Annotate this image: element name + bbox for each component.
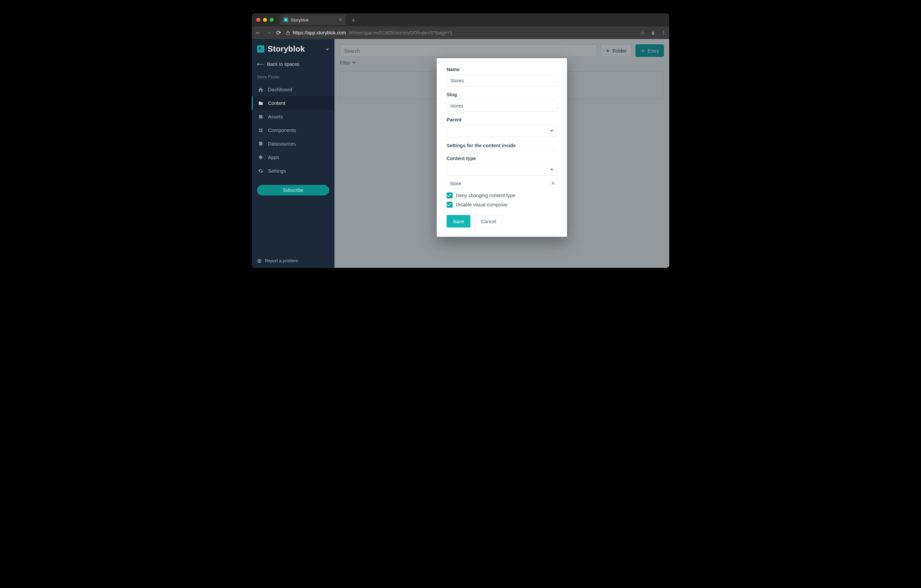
- extensions-icon[interactable]: [650, 30, 656, 36]
- url-bar[interactable]: https://app.storyblok.com/#!/me/spaces/5…: [286, 30, 636, 36]
- sidebar-item-components[interactable]: Components: [252, 123, 334, 137]
- sidebar-item-content[interactable]: Content: [252, 96, 334, 110]
- home-icon: [258, 87, 264, 92]
- browser-window: B Storyblok × ＋ ← → ⟳ https://app.storyb…: [252, 13, 669, 268]
- sidebar-item-datasources[interactable]: Datasources: [252, 137, 334, 151]
- sidebar-item-label: Apps: [268, 154, 279, 160]
- save-button[interactable]: Save: [447, 215, 470, 227]
- sidebar-item-label: Settings: [268, 168, 286, 174]
- url-path: /#!/me/spaces/51805/stories/0/0/index/0?…: [349, 30, 452, 36]
- content-type-chip-label: Store: [450, 181, 462, 186]
- checkbox-checked-icon[interactable]: [447, 192, 452, 198]
- tab-close-button[interactable]: ×: [339, 17, 342, 23]
- window-controls: [256, 18, 273, 22]
- sidebar-item-label: Components: [268, 127, 296, 133]
- globe-icon: [257, 258, 262, 263]
- report-problem-label: Report a problem: [265, 258, 298, 263]
- content-type-chip: Store ✕: [447, 178, 557, 189]
- content-type-label: Content type: [447, 156, 557, 161]
- sidebar-item-label: Content: [268, 100, 285, 106]
- browser-right-icons: ☆ ⋮: [641, 30, 666, 36]
- back-to-spaces-label: Back to spaces: [267, 62, 299, 67]
- disable-visual-checkbox-row[interactable]: Disable visual composer: [447, 202, 557, 208]
- lock-icon: [286, 31, 290, 35]
- tab-favicon-icon: B: [283, 18, 288, 22]
- sidebar-item-label: Dashboard: [268, 87, 292, 92]
- svg-rect-0: [286, 32, 290, 34]
- checkbox-checked-icon[interactable]: [447, 202, 452, 208]
- database-icon: [258, 141, 264, 146]
- window-zoom-button[interactable]: [270, 18, 273, 22]
- gear-icon: [258, 168, 264, 174]
- chevron-down-icon: [550, 169, 553, 171]
- sidebar-item-apps[interactable]: Apps: [252, 151, 334, 164]
- app-frame: Storyblok ⟵ Back to spaces Store Finder …: [252, 39, 669, 268]
- create-folder-modal: Name Slug Parent Settings for the conten…: [437, 58, 567, 237]
- sidebar-item-label: Datasources: [268, 141, 296, 146]
- brand-row[interactable]: Storyblok: [252, 39, 334, 58]
- back-to-spaces-link[interactable]: ⟵ Back to spaces: [252, 58, 334, 70]
- window-minimize-button[interactable]: [263, 18, 267, 22]
- space-name: Store Finder: [252, 70, 334, 81]
- sidebar-item-label: Assets: [268, 114, 283, 119]
- deny-change-label: Deny changing content type: [456, 193, 516, 198]
- folder-icon: [258, 101, 264, 106]
- modal-overlay[interactable]: Name Slug Parent Settings for the conten…: [334, 39, 669, 268]
- url-host: https://app.storyblok.com: [293, 30, 346, 36]
- main-area: ＋ Folder ＋ Entry Filter There is no cont…: [334, 39, 669, 268]
- brand-logo-icon: [257, 45, 264, 53]
- sidebar: Storyblok ⟵ Back to spaces Store Finder …: [252, 39, 334, 268]
- slug-label: Slug: [447, 92, 557, 97]
- nav-forward-button[interactable]: →: [266, 29, 272, 36]
- arrow-left-icon: ⟵: [257, 62, 264, 67]
- browser-tab[interactable]: B Storyblok ×: [280, 15, 346, 25]
- name-input[interactable]: [447, 75, 557, 87]
- remove-content-type-button[interactable]: ✕: [551, 180, 555, 187]
- cancel-button[interactable]: Cancel: [474, 215, 503, 227]
- browser-toolbar: ← → ⟳ https://app.storyblok.com/#!/me/sp…: [252, 26, 669, 39]
- nav-back-button[interactable]: ←: [255, 29, 261, 36]
- nav-reload-button[interactable]: ⟳: [276, 29, 281, 36]
- report-problem-link[interactable]: Report a problem: [252, 253, 334, 268]
- blocks-icon: [258, 128, 264, 133]
- puzzle-icon: [258, 155, 264, 160]
- chevron-down-icon: [550, 130, 553, 132]
- image-icon: [258, 114, 264, 119]
- name-label: Name: [447, 67, 557, 72]
- slug-input[interactable]: [447, 100, 557, 112]
- browser-menu-icon[interactable]: ⋮: [661, 30, 666, 36]
- sidebar-item-assets[interactable]: Assets: [252, 110, 334, 123]
- bookmark-star-icon[interactable]: ☆: [641, 30, 645, 36]
- window-close-button[interactable]: [256, 18, 260, 22]
- disable-visual-label: Disable visual composer: [456, 202, 508, 207]
- settings-section-title: Settings for the content inside: [447, 143, 557, 151]
- deny-change-checkbox-row[interactable]: Deny changing content type: [447, 192, 557, 198]
- sidebar-item-settings[interactable]: Settings: [252, 164, 334, 178]
- sidebar-nav: Dashboard Content Assets: [252, 83, 334, 178]
- content-type-select[interactable]: [447, 164, 557, 175]
- modal-actions: Save Cancel: [447, 215, 557, 227]
- brand-name: Storyblok: [268, 44, 305, 54]
- tab-title: Storyblok: [291, 18, 309, 23]
- parent-label: Parent: [447, 117, 557, 122]
- sidebar-item-dashboard[interactable]: Dashboard: [252, 83, 334, 96]
- subscribe-button[interactable]: Subscribe: [257, 185, 329, 195]
- browser-tabbar: B Storyblok × ＋: [252, 13, 669, 26]
- new-tab-button[interactable]: ＋: [348, 16, 358, 24]
- parent-select[interactable]: [447, 125, 557, 137]
- space-switcher-caret-icon[interactable]: [326, 46, 329, 52]
